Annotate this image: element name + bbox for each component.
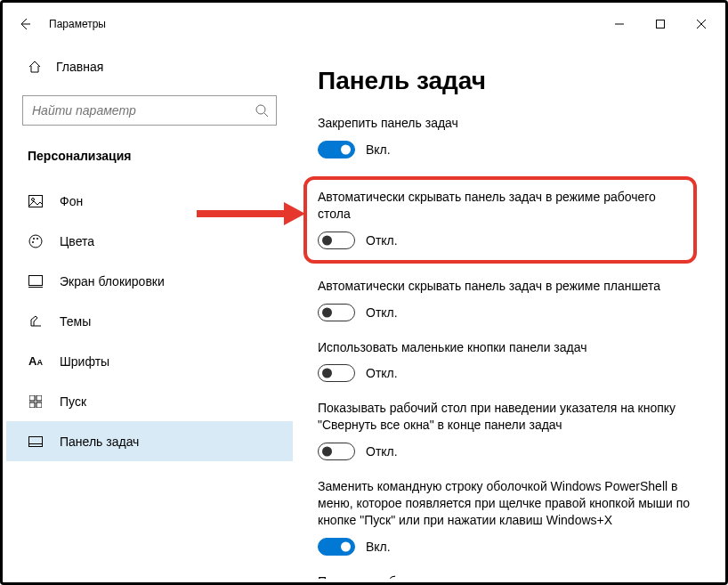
sidebar-item-themes[interactable]: Темы (6, 301, 293, 341)
search-icon (255, 103, 269, 118)
setting-peek-desktop: Показывать рабочий стол при наведении ук… (318, 400, 697, 460)
toggle-peek-desktop[interactable] (318, 443, 355, 460)
palette-icon (28, 234, 44, 248)
svg-point-10 (33, 238, 35, 240)
sidebar-item-colors[interactable]: Цвета (6, 221, 293, 261)
svg-point-5 (256, 105, 265, 114)
svg-rect-13 (29, 275, 43, 285)
toggle-state: Вкл. (366, 142, 391, 157)
toggle-autohide-desktop[interactable] (318, 232, 355, 249)
sidebar-item-label: Темы (60, 314, 91, 329)
sidebar-item-lockscreen[interactable]: Экран блокировки (6, 261, 293, 301)
svg-rect-16 (29, 395, 35, 401)
setting-powershell: Заменить командную строку оболочкой Wind… (318, 478, 697, 556)
minimize-button[interactable] (599, 6, 640, 42)
svg-rect-19 (36, 402, 42, 408)
toggle-state: Откл. (366, 305, 398, 320)
svg-point-12 (32, 241, 34, 243)
content: Панель задач Закрепить панель задач Вкл.… (293, 42, 722, 579)
sidebar-item-label: Фон (60, 194, 83, 208)
fonts-icon: AA (28, 354, 44, 368)
svg-point-11 (36, 238, 38, 240)
toggle-state: Вкл. (366, 540, 391, 554)
close-button[interactable] (681, 6, 722, 42)
svg-rect-2 (657, 20, 665, 28)
setting-label: Заменить командную строку оболочкой Wind… (318, 478, 697, 529)
svg-point-9 (29, 235, 42, 248)
setting-label: Использовать маленькие кнопки панели зад… (318, 339, 697, 356)
themes-icon (28, 314, 44, 329)
page-title: Панель задач (318, 67, 697, 95)
maximize-button[interactable] (640, 6, 681, 42)
sidebar-item-fonts[interactable]: AA Шрифты (6, 341, 293, 381)
svg-rect-18 (29, 402, 35, 408)
sidebar-item-label: Цвета (60, 234, 94, 248)
svg-point-8 (32, 198, 35, 200)
svg-rect-17 (36, 395, 42, 401)
highlight-box: Автоматически скрывать панель задач в ре… (303, 176, 697, 264)
window-title: Параметры (49, 18, 106, 30)
setting-small-buttons: Использовать маленькие кнопки панели зад… (318, 339, 697, 383)
setting-lock-taskbar: Закрепить панель задач Вкл. (318, 115, 697, 158)
titlebar: Параметры (6, 6, 722, 42)
svg-rect-7 (29, 195, 43, 207)
sidebar-item-taskbar[interactable]: Панель задач (6, 421, 293, 461)
sidebar-home[interactable]: Главная (6, 49, 293, 85)
svg-line-6 (264, 113, 268, 117)
sidebar: Главная Персонализация Фон (6, 42, 293, 579)
toggle-state: Откл. (366, 366, 398, 380)
search-box[interactable] (22, 95, 277, 126)
sidebar-item-label: Экран блокировки (60, 274, 165, 288)
back-button[interactable] (6, 6, 44, 42)
sidebar-item-background[interactable]: Фон (6, 181, 293, 221)
start-icon (28, 395, 44, 408)
taskbar-icon (28, 436, 44, 447)
setting-autohide-desktop: Автоматически скрывать панель задач в ре… (318, 189, 683, 249)
sidebar-home-label: Главная (56, 60, 103, 74)
toggle-state: Откл. (366, 233, 398, 248)
setting-label: Закрепить панель задач (318, 115, 697, 132)
toggle-powershell[interactable] (318, 538, 355, 556)
setting-label: Автоматически скрывать панель задач в ре… (318, 278, 697, 295)
picture-icon (28, 195, 44, 207)
search-input[interactable] (32, 103, 255, 118)
setting-label: Показывать рабочий стол при наведении ук… (318, 400, 697, 434)
sidebar-item-label: Панель задач (60, 435, 139, 449)
toggle-autohide-tablet[interactable] (318, 304, 355, 321)
sidebar-item-label: Пуск (60, 394, 86, 409)
sidebar-category: Персонализация (6, 136, 293, 175)
setting-badges: Показать эмблемы на кнопках панели задач… (318, 573, 697, 579)
toggle-lock-taskbar[interactable] (318, 141, 355, 158)
toggle-small-buttons[interactable] (318, 364, 355, 382)
sidebar-item-label: Шрифты (60, 354, 109, 369)
setting-autohide-tablet: Автоматически скрывать панель задач в ре… (318, 278, 697, 321)
setting-label: Автоматически скрывать панель задач в ре… (318, 189, 683, 223)
toggle-state: Откл. (366, 444, 398, 459)
svg-rect-20 (29, 436, 43, 446)
lockscreen-icon (28, 275, 44, 288)
setting-label: Показать эмблемы на кнопках панели задач (318, 573, 697, 579)
home-icon (28, 60, 42, 74)
sidebar-item-start[interactable]: Пуск (6, 381, 293, 421)
